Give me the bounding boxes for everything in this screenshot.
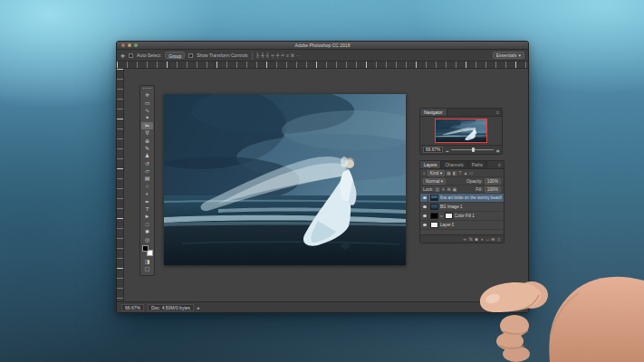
window-title: Adobe Photoshop CC 2018 <box>117 42 528 50</box>
lock-transparent-icon[interactable]: ▨ <box>435 186 439 192</box>
vertical-ruler[interactable] <box>117 69 124 301</box>
filter-shape-icon[interactable]: ▲ <box>464 170 468 176</box>
magic-wand-tool[interactable]: ✦ <box>141 114 153 121</box>
layer-thumbnail[interactable] <box>430 204 438 210</box>
auto-select-checkbox[interactable] <box>129 53 133 58</box>
eyedropper-tool[interactable]: ∇ <box>141 129 153 137</box>
layer-fill-thumbnail[interactable] <box>430 213 438 219</box>
navigator-thumbnail[interactable] <box>435 119 487 143</box>
kind-filter-dropdown[interactable]: Kind ▾ <box>428 170 445 176</box>
document-size-info: Doc: 4.50M/0 bytes <box>148 304 194 311</box>
tab-channels[interactable]: Channels <box>441 161 467 168</box>
align-icon[interactable]: ╤ <box>271 52 274 58</box>
panel-menu-icon[interactable]: ≡ <box>496 109 502 116</box>
zoom-level-field[interactable]: 66.67% <box>121 304 144 311</box>
more-options-icon[interactable]: ⋯ <box>296 52 301 58</box>
align-icon[interactable]: ╧ <box>281 52 284 58</box>
zoom-in-icon[interactable]: ▄ <box>496 148 499 152</box>
tab-navigator[interactable]: Navigator <box>420 109 447 116</box>
visibility-toggle[interactable] <box>422 222 428 229</box>
quick-mask-button[interactable]: ◨ <box>141 258 153 265</box>
layer-style-icon[interactable]: fx <box>469 237 473 242</box>
eye-icon <box>423 224 427 226</box>
lock-position-icon[interactable]: ✛ <box>441 186 445 192</box>
filter-pixel-icon[interactable]: ▦ <box>447 170 451 176</box>
new-adjustment-layer-icon[interactable]: ◑ <box>481 237 484 242</box>
layer-thumbnail[interactable] <box>430 222 438 228</box>
layer-name[interactable]: Color Fill 1 <box>455 214 475 218</box>
auto-select-label: Auto-Select: <box>137 52 161 58</box>
lock-artboard-icon[interactable]: ⊞ <box>447 186 450 192</box>
navigator-zoom-slider[interactable] <box>451 149 494 150</box>
toolbar-grip[interactable] <box>143 88 151 90</box>
show-transform-checkbox[interactable] <box>188 53 193 58</box>
layer-name[interactable]: Layer 0 <box>440 223 454 227</box>
move-tool-icon: ✛ <box>120 52 125 59</box>
fill-field[interactable]: 100% <box>485 186 501 193</box>
brush-tool[interactable]: ✎ <box>141 145 153 152</box>
delete-layer-icon[interactable]: ▯ <box>497 237 500 242</box>
lasso-tool[interactable]: ∿ <box>141 107 153 114</box>
opacity-field[interactable]: 100% <box>485 178 501 185</box>
align-icon[interactable]: ╟ <box>256 52 260 58</box>
layer-row[interactable]: ∞ Color Fill 1 <box>420 212 504 221</box>
healing-brush-tool[interactable]: ⊕ <box>141 137 153 144</box>
align-icon[interactable]: ╢ <box>266 52 270 58</box>
move-tool[interactable]: ✛ <box>141 91 153 99</box>
chevron-down-icon: ▾ <box>441 179 443 184</box>
history-brush-tool[interactable]: ↺ <box>141 160 153 167</box>
layer-name[interactable]: fine art bride on the stormy beach <box>440 195 502 200</box>
shape-tool[interactable]: □ <box>141 221 153 228</box>
layer-thumbnail[interactable] <box>430 195 438 201</box>
document-canvas[interactable] <box>164 94 406 265</box>
lock-all-icon[interactable]: ▣ <box>453 186 457 192</box>
horizontal-ruler[interactable] <box>117 62 528 69</box>
screen-mode-button[interactable]: ▢ <box>141 265 153 272</box>
dodge-tool[interactable]: ◐ <box>141 190 153 197</box>
visibility-toggle[interactable] <box>422 204 428 211</box>
zoom-tool[interactable]: ◎ <box>141 235 153 243</box>
navigator-proxy-view-box[interactable] <box>435 119 487 143</box>
crop-tool[interactable]: ✂ <box>141 122 153 129</box>
gradient-tool[interactable]: ▤ <box>141 175 153 182</box>
link-layers-icon[interactable]: ∞ <box>463 237 466 242</box>
tab-paths[interactable]: Paths <box>468 161 487 168</box>
status-flyout-arrow-icon[interactable]: ▸ <box>197 305 200 310</box>
color-swatches <box>142 245 153 256</box>
layer-row[interactable]: fine art bride on the stormy beach <box>420 194 504 203</box>
filter-smart-object-icon[interactable]: □ <box>470 170 473 176</box>
eraser-tool[interactable]: ▱ <box>141 167 153 175</box>
align-icon[interactable]: ╫ <box>261 52 264 58</box>
type-tool[interactable]: T <box>141 205 153 213</box>
visibility-toggle[interactable] <box>422 213 428 220</box>
auto-select-dropdown[interactable]: Group <box>165 52 185 59</box>
layer-row[interactable]: BG Image 1 <box>420 203 504 212</box>
align-icon[interactable]: ╪ <box>276 52 280 58</box>
hand-tool[interactable]: ✱ <box>141 228 153 235</box>
new-layer-icon[interactable]: ⊞ <box>491 237 495 242</box>
blend-mode-dropdown[interactable]: Normal ▾ <box>423 178 446 185</box>
blur-tool[interactable]: ○ <box>141 183 153 190</box>
options-bar: ✛ Auto-Select: Group Show Transform Cont… <box>117 50 528 62</box>
foreground-color-swatch[interactable] <box>142 245 149 252</box>
zoom-out-icon[interactable]: ▂ <box>446 148 448 152</box>
layer-row[interactable]: Layer 0 <box>420 221 504 230</box>
workspace-switcher[interactable]: Essentials ▾ <box>493 52 524 59</box>
new-group-icon[interactable]: □ <box>485 237 488 242</box>
visibility-toggle[interactable] <box>422 195 428 202</box>
distribute-icon[interactable]: ≡ <box>286 52 289 58</box>
layer-name[interactable]: BG Image 1 <box>440 205 463 209</box>
clone-stamp-tool[interactable]: ♟ <box>141 152 153 159</box>
filter-adjustment-icon[interactable]: ◧ <box>453 170 457 176</box>
marquee-tool[interactable]: ▭ <box>141 99 153 106</box>
path-select-tool[interactable]: ► <box>141 213 153 220</box>
distribute-icon[interactable]: ≣ <box>291 52 294 58</box>
navigator-zoom-field[interactable]: 66.67% <box>423 147 443 153</box>
tab-layers[interactable]: Layers <box>420 161 441 168</box>
add-mask-icon[interactable]: ◙ <box>476 237 478 242</box>
panel-menu-icon[interactable]: ≡ <box>498 161 504 168</box>
filter-type-icon[interactable]: T <box>459 170 462 176</box>
pen-tool[interactable]: ✒ <box>141 197 153 205</box>
title-bar[interactable]: Adobe Photoshop CC 2018 <box>117 42 528 50</box>
layer-mask-thumbnail[interactable] <box>445 213 453 219</box>
